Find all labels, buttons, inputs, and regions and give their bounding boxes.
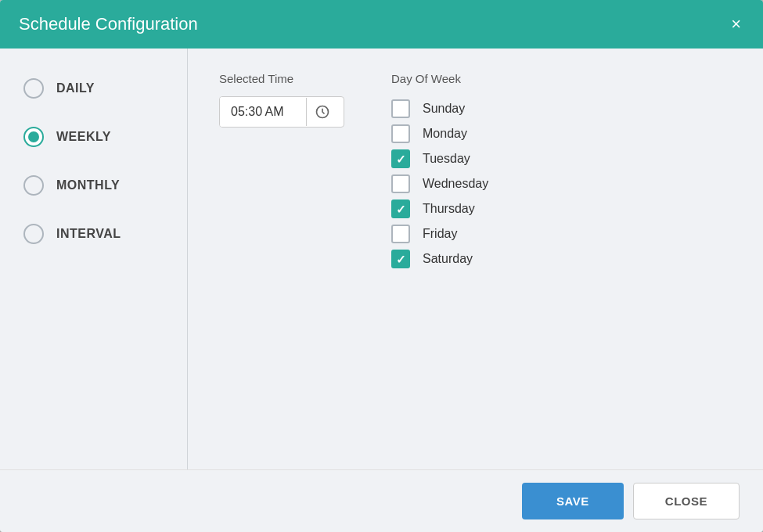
main-content: Selected Time Day Of Week SundayMonday✓T… [188,49,763,469]
days-section-title: Day Of Week [391,72,488,85]
radio-interval [23,224,44,244]
radio-label-daily: DAILY [56,81,95,95]
radio-daily [23,78,44,99]
dialog-body: DAILYWEEKLYMONTHLYINTERVAL Selected Time [0,49,763,469]
checkbox-monday[interactable] [391,124,410,143]
sidebar-item-monthly[interactable]: MONTHLY [0,161,187,210]
day-label-wednesday: Wednesday [423,177,488,191]
checkmark-thursday: ✓ [396,203,406,215]
day-item-sunday[interactable]: Sunday [391,96,488,121]
checkbox-saturday[interactable]: ✓ [391,250,410,268]
close-x-button[interactable]: × [728,16,744,33]
day-item-monday[interactable]: Monday [391,121,488,146]
checkmark-saturday: ✓ [396,253,406,265]
radio-label-weekly: WEEKLY [56,130,111,144]
checkbox-tuesday[interactable]: ✓ [391,149,410,168]
checkbox-sunday[interactable] [391,99,410,118]
day-label-monday: Monday [423,127,467,141]
sidebar-item-interval[interactable]: INTERVAL [0,210,187,258]
day-label-tuesday: Tuesday [423,152,470,166]
radio-monthly [23,175,44,196]
checkbox-thursday[interactable]: ✓ [391,200,410,218]
clock-icon [315,104,330,120]
days-container: SundayMonday✓TuesdayWednesday✓ThursdayFr… [391,96,488,271]
sidebar: DAILYWEEKLYMONTHLYINTERVAL [0,49,188,469]
day-item-tuesday[interactable]: ✓Tuesday [391,146,488,171]
sidebar-item-weekly[interactable]: WEEKLY [0,113,187,161]
clock-icon-button[interactable] [306,98,338,126]
radio-label-monthly: MONTHLY [56,178,120,192]
day-item-wednesday[interactable]: Wednesday [391,171,488,196]
time-input-wrapper [219,96,344,128]
time-section: Selected Time [219,72,344,446]
schedule-configuration-dialog: Schedule Configuration × DAILYWEEKLYMONT… [0,0,763,532]
time-section-label: Selected Time [219,72,344,85]
day-label-friday: Friday [423,227,457,241]
day-label-saturday: Saturday [423,252,473,266]
dialog-header: Schedule Configuration × [0,0,763,49]
checkbox-friday[interactable] [391,225,410,243]
checkbox-wednesday[interactable] [391,174,410,193]
dialog-title: Schedule Configuration [19,14,198,34]
radio-label-interval: INTERVAL [56,227,121,241]
days-section: Day Of Week SundayMonday✓TuesdayWednesda… [391,72,488,446]
radio-weekly [23,127,44,147]
day-item-saturday[interactable]: ✓Saturday [391,246,488,271]
sidebar-item-daily[interactable]: DAILY [0,64,187,113]
day-item-friday[interactable]: Friday [391,221,488,246]
save-button[interactable]: SAVE [522,483,624,519]
close-button[interactable]: CLOSE [633,483,740,519]
day-label-thursday: Thursday [423,202,475,216]
checkmark-tuesday: ✓ [396,153,406,165]
radio-inner-weekly [28,131,39,142]
day-label-sunday: Sunday [423,102,465,116]
dialog-footer: SAVE CLOSE [0,469,763,532]
day-item-thursday[interactable]: ✓Thursday [391,196,488,221]
time-input[interactable] [220,97,306,127]
